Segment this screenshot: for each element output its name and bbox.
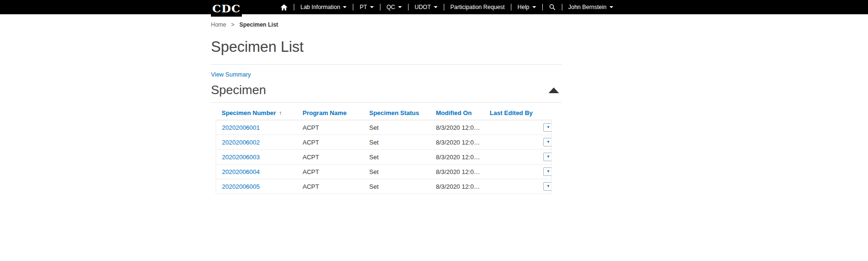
specimen-number-cell: 20202006005: [216, 179, 297, 194]
column-header-actions: [538, 105, 552, 120]
nav-participation-request[interactable]: Participation Request: [444, 0, 511, 14]
nav-pt[interactable]: PT: [353, 0, 379, 14]
specimen-number-link[interactable]: 20202006001: [222, 124, 260, 131]
table-row: 20202006005ACPTSet8/3/2020 12:08 PM▼: [216, 179, 552, 194]
breadcrumb: Home > Specimen List: [211, 14, 562, 28]
row-actions-dropdown-button[interactable]: ▼: [543, 153, 552, 161]
program-name-cell: ACPT: [297, 179, 364, 194]
nav-item-label: Participation Request: [450, 4, 505, 10]
column-header-specimen-number[interactable]: Specimen Number↑: [216, 105, 297, 120]
modified-on-cell: 8/3/2020 12:08 PM: [430, 150, 484, 164]
chevron-down-icon: ▼: [547, 155, 550, 159]
specimen-number-link[interactable]: 20202006005: [222, 183, 260, 190]
modified-on-cell: 8/3/2020 12:08 PM: [430, 164, 484, 179]
column-header-last-edited-by[interactable]: Last Edited By: [484, 105, 538, 120]
program-name-cell: ACPT: [297, 150, 364, 164]
column-header-specimen-status[interactable]: Specimen Status: [364, 105, 430, 120]
nav-item-label: UDOT: [415, 4, 431, 10]
cdc-logo[interactable]: CDC: [211, 0, 242, 17]
last-edited-by-cell: [484, 135, 538, 150]
specimen-section-header: Specimen: [211, 83, 562, 103]
title-divider: [211, 64, 562, 65]
table-header-row: Specimen Number↑ Program Name Specimen S…: [216, 105, 552, 120]
row-actions-cell: ▼: [538, 150, 552, 164]
row-actions-dropdown-button[interactable]: ▼: [543, 182, 552, 191]
top-navigation-bar: CDC Lab Information PT QC: [0, 0, 868, 14]
program-name-cell: ACPT: [297, 120, 364, 135]
collapse-section-button[interactable]: [546, 87, 562, 94]
specimen-status-cell: Set: [364, 120, 430, 135]
table-row: 20202006004ACPTSet8/3/2020 12:08 PM▼: [216, 164, 552, 179]
last-edited-by-cell: [484, 164, 538, 179]
page-title: Specimen List: [211, 39, 562, 55]
caret-down-icon: [343, 6, 347, 8]
home-icon: [280, 4, 288, 10]
chevron-down-icon: ▼: [547, 140, 550, 144]
last-edited-by-cell: [484, 120, 538, 135]
specimen-status-cell: Set: [364, 179, 430, 194]
search-icon: [549, 4, 556, 10]
chevron-down-icon: ▼: [547, 126, 550, 129]
nav-item-label: Lab Information: [300, 4, 340, 10]
table-row: 20202006003ACPTSet8/3/2020 12:08 PM▼: [216, 150, 552, 164]
nav-user-menu[interactable]: John Bernstein: [562, 0, 619, 14]
last-edited-by-cell: [484, 150, 538, 164]
breadcrumb-separator: >: [231, 21, 234, 28]
modified-on-cell: 8/3/2020 12:08 PM: [430, 120, 484, 135]
row-actions-cell: ▼: [538, 179, 552, 194]
nav-item-label: Help: [518, 4, 529, 10]
specimen-status-cell: Set: [364, 164, 430, 179]
row-actions-dropdown-button[interactable]: ▼: [543, 123, 552, 132]
specimen-number-cell: 20202006001: [216, 120, 297, 135]
specimen-status-cell: Set: [364, 135, 430, 150]
specimen-table: Specimen Number↑ Program Name Specimen S…: [216, 105, 552, 194]
view-summary-link[interactable]: View Summary: [211, 71, 251, 78]
nav-qc[interactable]: QC: [380, 0, 408, 14]
caret-down-icon: [532, 6, 536, 8]
nav-item-label: John Bernstein: [569, 4, 607, 10]
modified-on-cell: 8/3/2020 12:08 PM: [430, 179, 484, 194]
specimen-number-link[interactable]: 20202006003: [222, 154, 260, 161]
specimen-number-cell: 20202006002: [216, 135, 297, 150]
nav-home[interactable]: [274, 0, 294, 14]
table-row: 20202006001ACPTSet8/3/2020 12:08 PM▼: [216, 120, 552, 135]
specimen-number-link[interactable]: 20202006002: [222, 139, 260, 146]
specimen-status-cell: Set: [364, 150, 430, 164]
nav-udot[interactable]: UDOT: [409, 0, 444, 14]
breadcrumb-current: Specimen List: [239, 21, 278, 28]
sort-ascending-icon: ↑: [279, 110, 282, 116]
chevron-down-icon: ▼: [547, 170, 550, 174]
caret-down-icon: [609, 6, 613, 8]
specimen-number-cell: 20202006004: [216, 164, 297, 179]
last-edited-by-cell: [484, 179, 538, 194]
column-header-label: Specimen Number: [222, 109, 276, 116]
breadcrumb-home-link[interactable]: Home: [211, 21, 226, 28]
nav-item-label: QC: [387, 4, 395, 10]
program-name-cell: ACPT: [297, 135, 364, 150]
row-actions-cell: ▼: [538, 120, 552, 135]
section-title: Specimen: [211, 83, 266, 97]
main-nav: Lab Information PT QC UDOT Participation…: [274, 0, 619, 14]
program-name-cell: ACPT: [297, 164, 364, 179]
chevron-down-icon: ▼: [547, 184, 550, 188]
caret-down-icon: [370, 6, 374, 8]
nav-item-label: PT: [359, 4, 367, 10]
specimen-number-link[interactable]: 20202006004: [222, 168, 260, 175]
column-header-modified-on[interactable]: Modified On: [430, 105, 484, 120]
nav-lab-information[interactable]: Lab Information: [294, 0, 353, 14]
nav-search[interactable]: [543, 0, 562, 14]
row-actions-dropdown-button[interactable]: ▼: [543, 167, 552, 176]
row-actions-cell: ▼: [538, 164, 552, 179]
specimen-number-cell: 20202006003: [216, 150, 297, 164]
table-row: 20202006002ACPTSet8/3/2020 12:08 PM▼: [216, 135, 552, 150]
nav-help[interactable]: Help: [511, 0, 542, 14]
column-header-program-name[interactable]: Program Name: [297, 105, 364, 120]
caret-down-icon: [434, 6, 438, 8]
row-actions-cell: ▼: [538, 135, 552, 150]
caret-down-icon: [398, 6, 402, 8]
row-actions-dropdown-button[interactable]: ▼: [543, 138, 552, 146]
chevron-up-icon: [549, 87, 559, 93]
modified-on-cell: 8/3/2020 12:08 PM: [430, 135, 484, 150]
main-content: Home > Specimen List Specimen List View …: [211, 14, 562, 194]
